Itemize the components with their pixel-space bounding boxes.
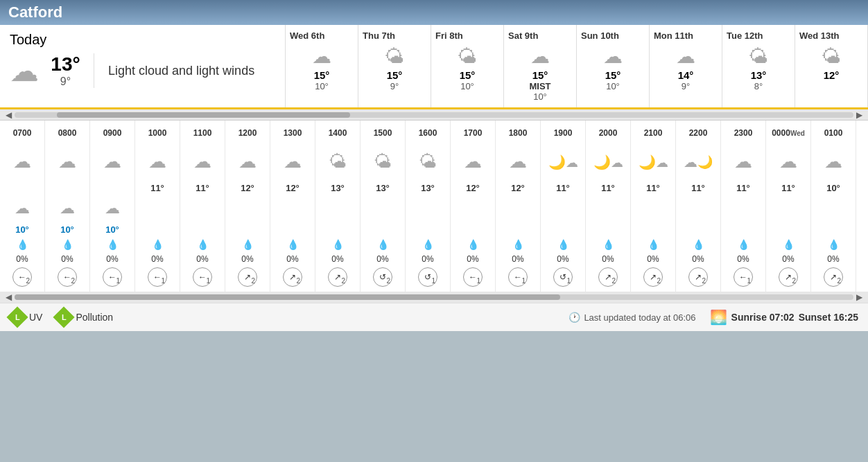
pollution-badge: L Pollution [56, 310, 113, 325]
uv-label: UV [29, 312, 42, 323]
wind-circle-18: ↗ 2 [824, 267, 843, 287]
forecast-day-low-5: 9° [682, 81, 690, 91]
bottom-scroll-left[interactable]: ◀ [3, 292, 15, 302]
hour-high-temp-13: 11° [601, 181, 615, 195]
forecast-day-icon-3: ☁ [530, 45, 550, 68]
scrollbar-track-top[interactable] [15, 112, 853, 118]
hour-small-icon-0: ☁ [15, 195, 30, 222]
forecast-day-2: Fri 8th 🌤 15° 10° [431, 25, 504, 107]
rain-icon-1: 💧 [62, 236, 73, 253]
hour-high-temp-6: 12° [286, 181, 300, 195]
rain-icon-4: 💧 [197, 236, 209, 253]
hour-label-8: 1500 [374, 123, 392, 143]
hour-label-10: 1700 [464, 123, 483, 143]
hour-main-icon-13: 🌙☁ [593, 143, 623, 181]
hour-label-1: 0800 [58, 123, 77, 143]
forecast-day-icon-2: 🌤 [458, 45, 477, 68]
scroll-left-arrow[interactable]: ◀ [3, 110, 15, 120]
hour-label-4: 1100 [193, 123, 212, 143]
hour-col-12: 1900 🌙☁ 11° 💧 0% ↺ 1 [541, 121, 586, 292]
hour-high-temp-17: 11° [781, 181, 795, 195]
rain-icon-10: 💧 [467, 236, 479, 253]
forecast-day-high-4: 15° [605, 69, 621, 81]
hour-label-5: 1200 [238, 123, 257, 143]
rain-icon-7: 💧 [332, 236, 344, 253]
hour-col-17: 0000Wed ☁ 11° 💧 0% ↗ 2 [766, 121, 811, 292]
hour-main-icon-1: ☁ [58, 143, 76, 181]
wind-circle-2: ← 1 [103, 267, 122, 287]
hour-high-temp-5: 12° [241, 181, 254, 195]
forecast-day-4: Sun 10th ☁ 15° 10° [577, 25, 650, 107]
rain-pct-5: 0% [241, 253, 253, 265]
hour-main-icon-17: ☁ [779, 143, 797, 181]
hour-col-10: 1700 ☁ 12° 💧 0% ← 1 [451, 121, 496, 292]
forecast-day-icon-6: 🌤 [749, 45, 768, 68]
hour-col-3: 1000 ☁ 11° 💧 0% ← 1 [135, 121, 180, 292]
rain-icon-8: 💧 [377, 236, 389, 253]
hour-high-temp-8: 13° [376, 181, 390, 195]
bottom-scroll-right[interactable]: ▶ [853, 292, 865, 302]
forecast-day-name-1: Thu 7th [363, 30, 395, 41]
hour-col-0: 0700 ☁ ☁ 10° 💧 0% ← 2 [0, 121, 45, 292]
hour-main-icon-15: ☁🌙 [684, 143, 713, 181]
hour-col-5: 1200 ☁ 12° 💧 0% ↗ 2 [225, 121, 270, 292]
hour-high-temp-3: 11° [150, 181, 164, 195]
wind-circle-10: ← 1 [463, 267, 483, 287]
wind-circle-3: ← 1 [148, 267, 167, 287]
scroll-thumb-bottom[interactable] [15, 294, 560, 300]
last-updated: 🕐 Last updated today at 06:06 [568, 312, 695, 323]
hour-main-icon-10: ☁ [464, 143, 482, 181]
hour-main-icon-16: ☁ [734, 143, 752, 181]
forecast-day-6: Tue 12th 🌤 13° 8° [722, 25, 795, 107]
hour-main-icon-8: 🌤 [374, 143, 392, 181]
scroll-right-arrow[interactable]: ▶ [853, 110, 865, 120]
forecast-day-low-3: 10° [533, 91, 547, 102]
hour-main-icon-11: ☁ [509, 143, 527, 181]
top-scrollbar[interactable]: ◀ ▶ [0, 109, 868, 121]
footer-left: L UV L Pollution [10, 310, 113, 325]
wind-circle-1: ← 2 [58, 267, 77, 287]
rain-pct-12: 0% [557, 253, 568, 265]
forecast-day-low-4: 10° [606, 81, 620, 91]
hour-col-11: 1800 ☁ 12° 💧 0% ← 1 [496, 121, 541, 292]
hour-label-18: 0100 [824, 123, 843, 143]
rain-pct-17: 0% [782, 253, 794, 265]
clock-icon: 🕐 [568, 312, 580, 323]
rain-pct-6: 0% [286, 253, 298, 265]
today-weather-icon: ☁ [10, 54, 39, 88]
hour-col-16: 2300 ☁ 11° 💧 0% ← 1 [721, 121, 766, 292]
hour-label-15: 2200 [689, 123, 708, 143]
rain-icon-11: 💧 [512, 236, 524, 253]
hour-label-3: 1000 [148, 123, 167, 143]
uv-diamond: L [6, 306, 28, 328]
scrollbar-track-bottom[interactable] [15, 294, 853, 300]
forecast-day-0: Wed 6th ☁ 15° 10° [286, 25, 358, 107]
forecast-day-low-0: 10° [315, 81, 329, 91]
hour-col-13: 2000 🌙☁ 11° 💧 0% ↗ 2 [586, 121, 631, 292]
bottom-scrollbar[interactable]: ◀ ▶ [0, 292, 868, 303]
pollution-diamond: L [53, 306, 75, 328]
today-content: ☁ 13° 9° Light cloud and light winds [10, 53, 275, 88]
forecast-day-high-6: 13° [751, 69, 767, 81]
hour-col-18: 0100 ☁ 10° 💧 0% ↗ 2 [811, 121, 856, 292]
hour-main-icon-2: ☁ [103, 143, 121, 181]
hour-main-icon-7: 🌤 [329, 143, 347, 181]
hour-high-temp-4: 11° [196, 181, 209, 195]
wind-circle-17: ↗ 2 [779, 267, 798, 287]
forecast-day-low-6: 8° [754, 81, 763, 91]
rain-icon-5: 💧 [242, 236, 254, 253]
hour-label-6: 1300 [284, 123, 302, 143]
rain-pct-10: 0% [467, 253, 478, 265]
hour-main-icon-9: 🌤 [419, 143, 437, 181]
today-temps: 13° 9° [46, 53, 94, 88]
forecast-day-name-0: Wed 6th [290, 30, 324, 41]
uv-badge: L UV [10, 310, 42, 325]
hour-small-icon-2: ☁ [105, 195, 120, 222]
wind-circle-8: ↺ 2 [373, 267, 392, 287]
forecast-day-icon-1: 🌤 [385, 45, 404, 68]
rain-icon-13: 💧 [602, 236, 614, 253]
hour-main-icon-4: ☁ [193, 143, 211, 181]
today-panel: Today ☁ 13° 9° Light cloud and light win… [0, 25, 286, 107]
scroll-thumb-top[interactable] [57, 112, 351, 118]
hour-col-15: 2200 ☁🌙 11° 💧 0% ↗ 2 [676, 121, 721, 292]
